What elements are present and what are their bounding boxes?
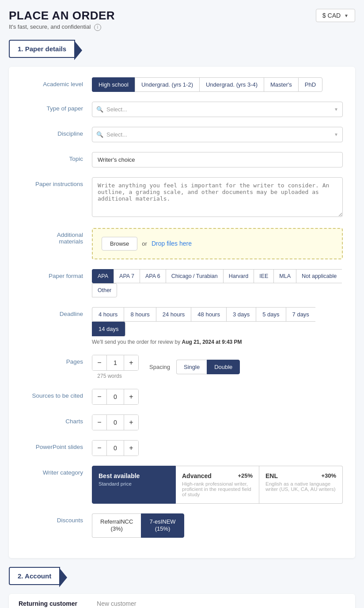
charts-row: Charts − 0 +	[21, 414, 343, 430]
currency-dropdown[interactable]: $ CAD ▼	[316, 9, 355, 22]
sources-value: 0	[106, 389, 124, 404]
charts-stepper: − 0 +	[92, 414, 139, 430]
format-option-4[interactable]: Harvard	[223, 269, 254, 283]
format-option-1[interactable]: APA 7	[114, 269, 140, 283]
tab-new-customer[interactable]: New customer	[87, 594, 146, 608]
type-of-paper-label: Type of paper	[21, 102, 92, 112]
academic-level-option-2[interactable]: Undergrad. (yrs 3-4)	[199, 77, 264, 92]
page-title: PLACE AN ORDER	[9, 9, 115, 23]
powerpoint-value: 0	[106, 441, 124, 456]
powerpoint-stepper: − 0 +	[92, 440, 139, 456]
academic-level-option-0[interactable]: High school	[92, 77, 135, 92]
sources-stepper: − 0 +	[92, 389, 139, 405]
deadline-option-5[interactable]: 5 days	[256, 307, 285, 322]
paper-format-label: Paper format	[21, 269, 92, 279]
file-drop-area: Browse or Drop files here	[92, 228, 343, 259]
discipline-label: Discipline	[21, 127, 92, 137]
charts-decrement[interactable]: −	[92, 415, 106, 430]
deadline-option-2[interactable]: 24 hours	[156, 307, 191, 322]
discipline-select[interactable]: Select...	[92, 127, 343, 142]
deadline-option-7[interactable]: 14 days	[92, 322, 125, 336]
format-option-0[interactable]: APA	[92, 269, 114, 283]
type-of-paper-select[interactable]: Select...	[92, 102, 343, 117]
additional-materials-label: Additionalmaterials	[21, 228, 92, 245]
writer-card-title-0: Best available	[99, 472, 169, 479]
paper-instructions-row: Paper instructions	[21, 177, 343, 218]
topic-input[interactable]	[92, 152, 343, 167]
format-option-5[interactable]: IEE	[254, 269, 273, 283]
writer-card-subtitle-0: Standard price	[99, 481, 169, 486]
paper-instructions-textarea[interactable]	[92, 177, 343, 217]
section1-header: 1. Paper details	[9, 40, 75, 58]
writer-card-1[interactable]: Advanced+25%High-rank professional write…	[176, 466, 259, 504]
sources-decrement[interactable]: −	[92, 389, 106, 404]
deadline-option-6[interactable]: 7 days	[286, 307, 315, 322]
info-icon[interactable]: i	[94, 24, 101, 31]
sources-label: Sources to be cited	[21, 389, 92, 399]
discounts-label: Discounts	[21, 513, 92, 524]
powerpoint-label: PowerPoint slides	[21, 440, 92, 450]
powerpoint-row: PowerPoint slides − 0 +	[21, 440, 343, 456]
writer-card-subtitle-2: English as a native language writer (US,…	[265, 481, 336, 492]
header-text: PLACE AN ORDER It's fast, secure, and co…	[9, 9, 115, 31]
search-icon: 🔍	[96, 131, 103, 138]
sources-row: Sources to be cited − 0 +	[21, 389, 343, 405]
account-tabs: Returning customer New customer	[9, 594, 355, 608]
charts-label: Charts	[21, 414, 92, 425]
pages-stepper: − 1 +	[92, 355, 139, 371]
deadline-option-0[interactable]: 4 hours	[92, 307, 124, 322]
deadline-date: Aug 21, 2024 at 9:43 PM	[182, 339, 242, 345]
spacing-option-0[interactable]: Single	[176, 360, 207, 374]
academic-level-option-1[interactable]: Undergrad. (yrs 1-2)	[135, 77, 199, 92]
powerpoint-increment[interactable]: +	[124, 441, 138, 456]
format-option-2[interactable]: APA 6	[140, 269, 166, 283]
browse-button[interactable]: Browse	[102, 237, 137, 251]
format-option-7[interactable]: Not applicable	[296, 269, 342, 283]
writer-percent-2: +30%	[321, 472, 336, 479]
writer-card-title-2: ENL+30%	[265, 472, 336, 479]
words-note: 275 words	[92, 373, 127, 379]
pages-decrement[interactable]: −	[92, 355, 106, 370]
writer-card-subtitle-1: High-rank professional writer, proficien…	[182, 481, 253, 497]
page-header: PLACE AN ORDER It's fast, secure, and co…	[9, 9, 355, 31]
powerpoint-decrement[interactable]: −	[92, 441, 106, 456]
discount-btn-1[interactable]: 7-esINEW (15%)	[141, 513, 184, 538]
deadline-label: Deadline	[21, 307, 92, 317]
paper-instructions-label: Paper instructions	[21, 177, 92, 187]
chevron-down-icon: ▼	[344, 13, 349, 18]
writer-card-title-1: Advanced+25%	[182, 472, 253, 479]
deadline-option-3[interactable]: 48 hours	[191, 307, 226, 322]
pages-row: Pages − 1 + 275 words Spacing	[21, 355, 343, 379]
deadline-option-1[interactable]: 8 hours	[124, 307, 155, 322]
drop-files-text[interactable]: Drop files here	[152, 240, 192, 247]
additional-materials-row: Additionalmaterials Browse or Drop files…	[21, 228, 343, 259]
charts-increment[interactable]: +	[124, 415, 138, 430]
discount-btn-0[interactable]: ReferralNCC (3%)	[92, 513, 141, 538]
academic-level-option-3[interactable]: Master's	[264, 77, 298, 92]
format-option-3[interactable]: Chicago / Turabian	[166, 269, 223, 283]
chevron-down-icon: ▼	[334, 132, 338, 137]
writer-category-label: Writer category	[21, 466, 92, 476]
academic-level-option-4[interactable]: PhD	[298, 77, 322, 92]
discipline-row: Discipline 🔍 Select... ▼	[21, 127, 343, 142]
writer-category-row: Writer category Best availableStandard p…	[21, 466, 343, 504]
discounts-row: Discounts ReferralNCC (3%)7-esINEW (15%)	[21, 513, 343, 538]
pages-increment[interactable]: +	[124, 355, 138, 370]
section1-card: Academic level High schoolUndergrad. (yr…	[9, 67, 355, 559]
tab-returning-customer[interactable]: Returning customer	[9, 594, 87, 608]
writer-card-0[interactable]: Best availableStandard price	[92, 466, 176, 504]
spacing-option-1[interactable]: Double	[207, 360, 240, 374]
type-of-paper-row: Type of paper 🔍 Select... ▼	[21, 102, 343, 117]
section2-card: Returning customer New customer Email or…	[9, 594, 355, 608]
format-option-8[interactable]: Other	[92, 283, 117, 297]
section1-label: 1. Paper details	[18, 45, 66, 53]
page-subtitle: It's fast, secure, and confidential i	[9, 23, 115, 31]
chevron-down-icon: ▼	[334, 107, 338, 112]
writer-card-2[interactable]: ENL+30%English as a native language writ…	[259, 466, 343, 504]
sources-increment[interactable]: +	[124, 389, 138, 404]
spacing-label: Spacing	[149, 364, 170, 370]
writer-percent-1: +25%	[238, 472, 253, 479]
deadline-option-4[interactable]: 3 days	[226, 307, 256, 322]
format-option-6[interactable]: MLA	[273, 269, 296, 283]
section2-label: 2. Account	[18, 572, 51, 580]
